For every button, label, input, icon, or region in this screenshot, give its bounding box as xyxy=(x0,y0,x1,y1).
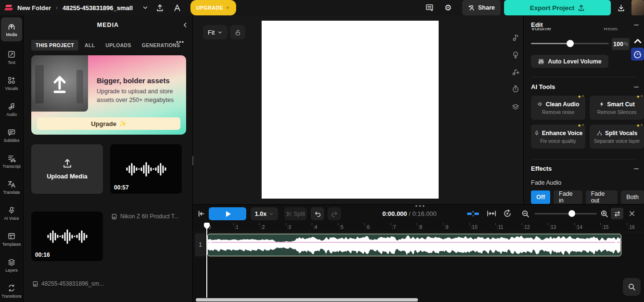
banner-photo xyxy=(31,55,88,112)
volume-value-box[interactable]: 100% xyxy=(612,38,630,50)
auto-level-volume-button[interactable]: Auto Level Volume xyxy=(531,55,608,68)
tab-uploads[interactable]: UPLOADS xyxy=(101,40,135,50)
publish-icon[interactable] xyxy=(156,0,164,15)
total-time: 0:16.000 xyxy=(412,210,437,217)
fade-in-button[interactable]: Fade in xyxy=(554,190,582,204)
volume-slider-knob[interactable] xyxy=(567,40,574,47)
split-button[interactable]: Split xyxy=(284,207,307,220)
export-project-button[interactable]: Export Project xyxy=(504,0,611,15)
collapse-effects-icon[interactable] xyxy=(634,168,639,169)
breadcrumb-project-title[interactable]: 48255-453831896_small xyxy=(63,0,133,15)
sidebar-item-transcript[interactable]: Transcript xyxy=(1,149,22,173)
smart-snap-toggle[interactable] xyxy=(465,208,481,219)
undo-button[interactable] xyxy=(311,207,324,220)
close-timeline-icon[interactable] xyxy=(626,208,638,219)
fade-audio-options: Off Fade in Fade out Both xyxy=(531,190,644,204)
project-menu-chevron-icon[interactable] xyxy=(142,0,149,15)
redo-button[interactable] xyxy=(328,207,341,220)
sidebar-item-ai-voice[interactable]: AI Voice xyxy=(1,201,22,225)
upload-arrow-icon xyxy=(50,72,70,95)
app-logo-icon[interactable] xyxy=(3,0,14,15)
sidebar-item-subtitles[interactable]: Subtitles xyxy=(1,123,22,147)
volume-unit: % xyxy=(624,41,628,47)
volume-slider-fill xyxy=(531,43,570,44)
fade-both-button[interactable]: Both xyxy=(621,190,644,204)
sidebar-item-templates[interactable]: Templates xyxy=(1,227,22,251)
sidebar-item-transitions[interactable]: Transitions xyxy=(1,279,22,302)
banner-upgrade-button[interactable]: Upgrade✨ xyxy=(37,117,180,130)
collapse-edit-icon[interactable] xyxy=(634,25,639,25)
media-item-audio[interactable]: 00:16 xyxy=(31,212,103,261)
volume-reset-button[interactable]: Reset xyxy=(604,28,618,31)
skip-to-start-button[interactable] xyxy=(196,208,206,219)
redo-icon xyxy=(331,210,338,217)
collapse-panel-icon[interactable] xyxy=(182,22,189,28)
audio-file-icon xyxy=(111,214,117,220)
timer-icon[interactable] xyxy=(511,85,520,93)
upgrade-button-label: UPGRADE xyxy=(196,5,223,11)
timeline-horizontal-scrollbar[interactable] xyxy=(196,298,418,302)
clip-trim-handle-left[interactable] xyxy=(209,239,211,251)
timeline-ruler[interactable]: 0:1:2:3:4:5:6:7:8:9:10:11:12:13:14:15:16 xyxy=(193,223,644,232)
split-vocals-button[interactable]: ✦✧ Split Vocals Separate voice layer xyxy=(590,125,644,149)
sidebar-item-translate[interactable]: Translate xyxy=(1,175,22,199)
timeline-zoom-slider[interactable] xyxy=(534,213,597,214)
fade-out-button[interactable]: Fade out xyxy=(586,190,618,204)
sidebar-item-visuals[interactable]: Visuals xyxy=(1,71,22,95)
brand-font-icon[interactable] xyxy=(173,0,181,15)
upgrade-button[interactable]: UPGRADE✦ xyxy=(190,0,236,15)
sidebar-item-text[interactable]: Text xyxy=(1,45,22,69)
lock-toggle-button[interactable] xyxy=(230,25,245,39)
volume-label: Volume xyxy=(531,28,551,32)
media-item-audio[interactable]: 00:57 xyxy=(110,144,182,194)
fit-timeline-icon[interactable] xyxy=(485,208,498,219)
undo-icon xyxy=(314,210,321,217)
layers-flat-icon[interactable] xyxy=(511,102,520,111)
playback-speed-dropdown[interactable]: 1.0x xyxy=(251,207,278,220)
collapse-ai-tools-icon[interactable] xyxy=(634,87,639,88)
scroll-up-chevron-icon[interactable] xyxy=(633,38,642,44)
share-button[interactable]: Share xyxy=(462,0,501,15)
sidebar-item-media[interactable]: Media xyxy=(1,17,22,41)
sidebar-item-layers[interactable]: Layers xyxy=(1,253,22,277)
sparkle-icon: ✦✧ xyxy=(577,94,584,100)
zoom-fit-dropdown[interactable]: Fit xyxy=(203,25,227,39)
play-button[interactable] xyxy=(209,207,246,220)
topbar: New Folder › 48255-453831896_small UPGRA… xyxy=(0,0,644,15)
user-avatar[interactable] xyxy=(631,0,644,15)
breadcrumb-folder[interactable]: New Folder xyxy=(17,0,51,15)
zoom-in-icon[interactable] xyxy=(598,208,610,219)
sidebar-item-audio[interactable]: Audio xyxy=(1,97,22,121)
tabs-more-icon[interactable]: ••• xyxy=(176,38,184,46)
clean-audio-button[interactable]: ✦✧ Clean Audio Remove noise xyxy=(531,96,585,120)
media-item-duration: 00:57 xyxy=(114,184,129,191)
settings-gear-icon[interactable]: ⚙ xyxy=(444,0,452,15)
sidebar-item-label: Transitions xyxy=(1,294,21,299)
ai-tool-title: Smart Cut xyxy=(607,101,634,108)
extension-badge-icon[interactable] xyxy=(631,48,644,61)
lightbulb-icon[interactable] xyxy=(511,50,520,59)
audio-waveform-icon xyxy=(126,162,166,176)
clip-trim-handle-right[interactable] xyxy=(615,240,617,249)
sparkle-icon: ✦ xyxy=(226,5,230,11)
zoom-out-icon[interactable] xyxy=(519,208,531,219)
tab-all[interactable]: ALL xyxy=(80,40,99,50)
add-music-icon[interactable] xyxy=(511,67,520,76)
swap-arrows-button[interactable] xyxy=(611,208,623,219)
audio-clip[interactable] xyxy=(207,234,621,256)
timeline-search-button[interactable] xyxy=(623,278,641,296)
loop-playback-icon[interactable] xyxy=(501,208,514,219)
upload-media-card[interactable]: Upload Media xyxy=(31,144,103,194)
sidebar-item-label: Templates xyxy=(2,242,21,247)
clip-volume-line[interactable] xyxy=(208,242,621,243)
enhance-voice-button[interactable]: ✦✧ Enhance Voice Fix voice quality xyxy=(531,125,585,149)
fade-off-button[interactable]: Off xyxy=(531,190,550,204)
tab-this-project[interactable]: THIS PROJECT xyxy=(31,40,78,50)
audio-waveform-icon xyxy=(47,229,87,244)
timeline-zoom-knob[interactable] xyxy=(568,210,575,217)
smart-cut-button[interactable]: ✦✧ Smart Cut Remove Silences xyxy=(590,96,644,120)
comments-icon[interactable] xyxy=(425,0,434,15)
download-icon[interactable] xyxy=(617,0,625,15)
music-note-icon[interactable] xyxy=(511,33,520,42)
preview-canvas[interactable] xyxy=(262,21,439,199)
